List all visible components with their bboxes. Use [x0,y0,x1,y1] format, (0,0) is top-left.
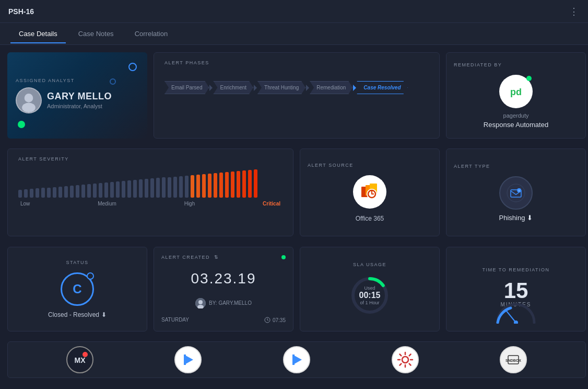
type-name: Phishing ⬇ [499,214,533,222]
assigned-label: ASSIGNED ANALYST [16,78,139,83]
alert-severity-card: ALERT SEVERITY Low Medium High Critical [7,148,293,236]
created-by: BY: GARY.MELLO [195,298,252,308]
pd-status-dot [526,76,532,81]
phase-remediation: Remediation [310,81,352,94]
created-label: ALERT CREATED ⇅ [161,255,219,260]
svg-point-2 [22,102,36,112]
phase-box-active: Case Resolved [357,81,407,94]
sla-usage-card: SLA USAGE Used 00:15 of 1 Hour [300,247,440,331]
svg-point-29 [402,357,408,363]
svg-point-10 [507,184,525,202]
severity-low: Low [20,201,30,207]
clock-icon [264,317,271,323]
analyst-name: GARY MELLO [47,91,112,102]
severity-high: High [184,201,195,207]
svg-point-1 [25,94,33,102]
sla-donut: Used 00:15 of 1 Hour [349,274,391,316]
phase-box: Threat Hunting [257,81,305,94]
pd-status: Response Automated [484,121,548,129]
svg-text:MX: MX [74,356,86,364]
bottom-icon-gear[interactable] [392,346,419,373]
row-3: STATUS C Closed - Resolved ⬇ ALERT CREAT… [7,247,586,331]
source-name: Office 365 [356,215,384,222]
created-day: SATURDAY [161,317,189,323]
status-circle: C [61,272,94,306]
row-2: ALERT SEVERITY Low Medium High Critical … [7,148,586,236]
severity-critical: Critical [263,201,280,207]
phase-threat-hunting: Threat Hunting [257,81,305,94]
bottom-icons-row: MX SNDBOX [7,341,586,378]
tab-case-details[interactable]: Case Details [10,25,66,43]
pagerduty-logo: pd [499,75,533,108]
svg-text:pd: pd [510,87,522,97]
bottom-icon-mx[interactable]: MX [66,346,93,373]
bottom-icon-sndbox[interactable]: SNDBOX [500,346,527,373]
status-card: STATUS C Closed - Resolved ⬇ [7,247,147,331]
severity-medium: Medium [98,201,116,207]
dropdown-arrow[interactable]: ⬇ [527,214,533,222]
menu-icon[interactable]: ⋮ [569,6,580,17]
phase-box: Enrichment [213,81,253,94]
severity-label: ALERT SEVERITY [18,156,283,162]
alert-source-card: ALERT SOURCE Office 365 [300,148,440,236]
sla-used-label: Used [359,285,381,291]
type-label-header: ALERT TYPE [454,164,578,169]
svg-point-15 [198,300,203,304]
status-select[interactable]: Closed - Resolved ⬇ [48,311,107,318]
svg-text:!: ! [519,189,520,192]
status-label: STATUS [66,260,88,265]
creator-name: BY: GARY.MELLO [209,300,252,306]
phase-arrow [353,85,356,91]
source-label: ALERT SOURCE [308,163,432,168]
created-time: 07:35 [264,317,286,323]
office365-icon [353,175,386,209]
topbar: PSH-16 ⋮ [0,0,588,23]
pd-service-name: pagerduty [503,112,529,119]
phase-arrow [209,85,213,91]
remediated-label: REMEDIATED BY [454,62,578,67]
svg-point-24 [83,352,88,357]
phase-arrow [306,85,309,91]
created-date: 03.23.19 [191,270,256,287]
sort-icon[interactable]: ⇅ [214,255,219,260]
phishing-icon: ! [499,176,533,210]
remediated-by-card: REMEDIATED BY pd pagerduty Response Auto… [446,52,586,139]
tabs-bar: Case Details Case Notes Correlation [0,23,588,45]
creator-avatar [195,298,206,308]
svg-rect-28 [292,354,295,365]
page-title: PSH-16 [8,7,34,16]
created-header: ALERT CREATED ⇅ [161,255,286,260]
svg-line-20 [507,311,516,323]
phases-label: ALERT PHASES [164,60,429,65]
created-footer: SATURDAY 07:35 [161,317,286,323]
alert-type-card: ALERT TYPE ! Phishing ⬇ [446,148,586,236]
analyst-card: ASSIGNED ANALYST GARY MELLO Administrato… [7,52,147,139]
status-dot [18,121,25,128]
analyst-info: GARY MELLO Administrator, Analyst [47,91,112,109]
phase-enrichment: Enrichment [213,81,253,94]
analyst-role: Administrator, Analyst [47,103,112,109]
active-indicator [281,255,286,259]
phase-box: Email Parsed [164,81,209,94]
svg-rect-26 [184,354,186,365]
alert-created-card: ALERT CREATED ⇅ 03.23.19 BY: GARY.MELLO … [154,247,293,331]
phase-arrow [254,85,257,91]
avatar [16,87,42,113]
phase-box: Remediation [310,81,352,94]
main-content: ASSIGNED ANALYST GARY MELLO Administrato… [0,45,588,389]
phase-email-parsed: Email Parsed [164,81,209,94]
tab-case-notes[interactable]: Case Notes [70,25,122,43]
sla-text: Used 00:15 of 1 Hour [359,285,381,305]
status-dropdown-icon[interactable]: ⬇ [101,311,107,318]
time-to-remediation-card: TIME TO REMEDIATION 15 MINUTES [446,247,586,331]
tab-correlation[interactable]: Correlation [126,25,177,43]
severity-chart [18,169,283,198]
sla-label: SLA USAGE [353,262,386,267]
sla-time: 00:15 [359,291,381,300]
sla-of: of 1 Hour [359,300,381,305]
bottom-icon-arrow1[interactable] [174,346,202,373]
phases-flow: Email Parsed Enrichment Threat Hunting R… [164,81,429,94]
time-gauge [495,303,537,324]
bottom-icon-arrow2[interactable] [283,346,310,373]
time-value: 15 [504,280,528,302]
